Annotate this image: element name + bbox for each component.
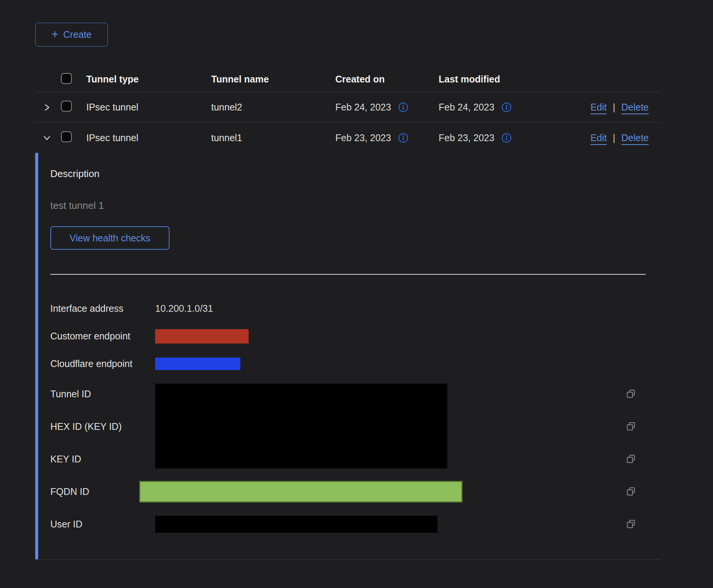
actions-separator: |	[613, 132, 615, 143]
detail-row-interface-address: Interface address 10.200.1.0/31	[50, 295, 646, 322]
redacted-ids-overlay	[155, 384, 447, 468]
copy-icon[interactable]	[626, 486, 637, 497]
chevron-down-icon	[41, 132, 53, 143]
redacted-user-id	[155, 516, 437, 533]
last-modified-cell: Feb 24, 2023	[439, 102, 494, 113]
description-label: Description	[50, 168, 646, 179]
copy-icon[interactable]	[626, 421, 637, 432]
plus-icon: +	[51, 28, 58, 40]
edit-link[interactable]: Edit	[590, 102, 607, 113]
select-all-checkbox[interactable]	[61, 73, 72, 84]
detail-label: Interface address	[50, 303, 155, 314]
created-on-cell: Feb 24, 2023	[335, 102, 391, 113]
delete-link[interactable]: Delete	[621, 132, 649, 143]
header-tunnel-name: Tunnel name	[211, 74, 335, 85]
detail-label: User ID	[50, 519, 155, 530]
tunnel-details-list: Interface address 10.200.1.0/31 Customer…	[50, 295, 646, 540]
tunnel-detail-panel: Description test tunnel 1 View health ch…	[35, 153, 660, 559]
delete-link[interactable]: Delete	[621, 102, 649, 113]
header-tunnel-type: Tunnel type	[86, 74, 211, 85]
header-created-on: Created on	[335, 74, 439, 85]
created-on-cell: Feb 23, 2023	[335, 132, 391, 143]
table-bottom-divider	[35, 559, 660, 560]
collapse-row-button[interactable]	[35, 132, 61, 143]
tunnel-name-cell: tunnel1	[211, 132, 335, 143]
last-modified-cell: Feb 23, 2023	[439, 132, 494, 143]
info-icon[interactable]	[501, 133, 512, 143]
tunnel-type-cell: IPsec tunnel	[86, 102, 211, 113]
actions-separator: |	[613, 102, 615, 113]
table-row: IPsec tunnel tunnel1 Feb 23, 2023 Feb 23…	[35, 123, 660, 153]
copy-icon[interactable]	[626, 388, 637, 400]
tunnel-type-cell: IPsec tunnel	[86, 132, 211, 143]
info-icon[interactable]	[398, 133, 408, 143]
detail-label: Tunnel ID	[50, 389, 155, 400]
row-checkbox[interactable]	[61, 131, 72, 142]
panel-divider	[50, 274, 646, 275]
detail-row-fqdn-id: FQDN ID	[50, 475, 646, 508]
redacted-ids-block: Tunnel ID HEX ID (KEY ID)	[50, 378, 646, 475]
detail-label: Cloudflare endpoint	[50, 358, 155, 369]
tunnels-table: Tunnel type Tunnel name Created on Last …	[35, 66, 660, 560]
view-health-checks-button[interactable]: View health checks	[50, 226, 170, 250]
detail-row-cloudflare-endpoint: Cloudflare endpoint	[50, 350, 646, 378]
redacted-customer-endpoint	[155, 329, 249, 344]
detail-label: Customer endpoint	[50, 331, 155, 342]
create-button[interactable]: + Create	[35, 23, 108, 47]
info-icon[interactable]	[501, 102, 512, 112]
detail-label: KEY ID	[50, 454, 155, 465]
table-row: IPsec tunnel tunnel2 Feb 24, 2023 Feb 24…	[35, 92, 660, 123]
chevron-right-icon	[41, 102, 53, 113]
row-checkbox[interactable]	[61, 101, 72, 112]
detail-row-customer-endpoint: Customer endpoint	[50, 322, 646, 350]
edit-link[interactable]: Edit	[590, 132, 607, 143]
create-button-label: Create	[63, 29, 92, 40]
description-value: test tunnel 1	[50, 200, 646, 211]
redacted-fqdn-id	[139, 481, 462, 502]
detail-label: HEX ID (KEY ID)	[50, 421, 155, 432]
tunnel-name-cell: tunnel2	[211, 102, 335, 113]
info-icon[interactable]	[398, 102, 408, 112]
header-last-modified: Last modified	[439, 74, 542, 85]
redacted-cloudflare-endpoint	[155, 358, 240, 370]
table-header-row: Tunnel type Tunnel name Created on Last …	[35, 66, 660, 92]
interface-address-value: 10.200.1.0/31	[155, 303, 213, 314]
expand-row-button[interactable]	[35, 102, 61, 113]
detail-row-user-id: User ID	[50, 508, 646, 540]
copy-icon[interactable]	[626, 453, 637, 465]
copy-icon[interactable]	[626, 518, 637, 530]
